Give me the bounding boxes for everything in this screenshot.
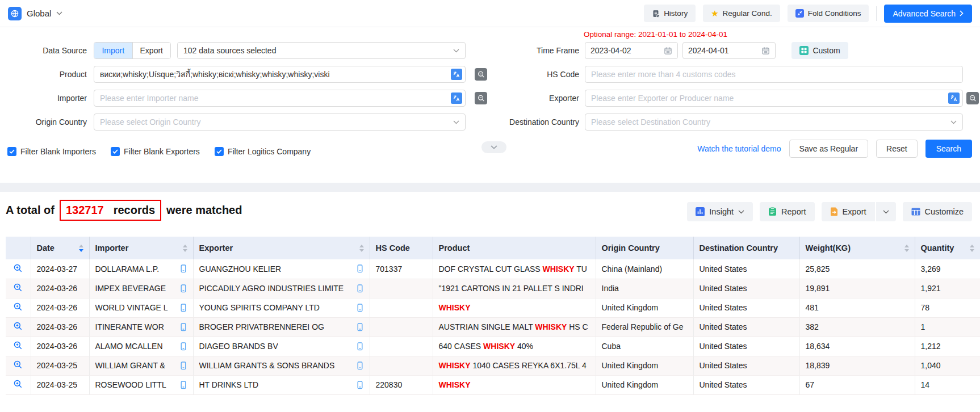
col-date[interactable]: Date [31,237,89,259]
records-word: records [114,204,155,217]
importer-name[interactable]: ROSEWOOD LITTL [95,380,166,389]
sort-icon[interactable] [79,245,83,252]
cell-weight: 18,634 [799,337,915,356]
fold-conditions-button[interactable]: Fold Conditions [788,5,869,22]
exporter-name[interactable]: PICCADILY AGRO INDUSTRIES LIMITE [199,284,344,293]
report-button[interactable]: Report [760,202,815,221]
table-row: 2024-03-26 ITINERANTE WOR BROGER PRIVATB… [6,317,980,337]
copy-icon[interactable] [179,323,187,331]
customize-button[interactable]: Customize [903,202,973,221]
cell-quantity: 1,212 [915,337,980,356]
importer-name[interactable]: ALAMO MCALLEN [95,342,163,351]
exporter-field-wrap [585,90,963,107]
exclude-importer-icon[interactable] [475,92,487,104]
sort-icon[interactable] [904,245,909,252]
collapse-form-button[interactable] [481,141,506,153]
row-detail-magnifier-icon[interactable] [13,283,23,292]
exclude-keywords-icon[interactable] [475,68,487,81]
sort-icon[interactable] [970,245,974,252]
importer-name[interactable]: DOLLARAMA L.P. [95,264,160,274]
product-input[interactable] [94,66,466,83]
row-detail-magnifier-icon[interactable] [13,263,23,273]
importer-input[interactable] [94,90,466,107]
cell-destination-country: United States [693,337,799,356]
col-exporter[interactable]: Exporter [193,237,370,259]
export-button[interactable]: Export [822,202,875,221]
report-icon [768,207,777,216]
exporter-input[interactable] [585,90,963,107]
col-quantity[interactable]: Quantity [915,237,980,259]
translate-icon[interactable] [948,93,960,104]
date-to-input[interactable]: 2024-04-01 [682,42,776,59]
custom-range-button[interactable]: Custom [791,42,848,59]
copy-icon[interactable] [356,342,364,351]
copy-icon[interactable] [179,361,187,370]
history-button[interactable]: History [644,5,696,22]
exporter-name[interactable]: YOUNG SPIRITS COMPANY LTD [199,303,320,312]
importer-field-wrap [94,90,466,107]
reset-button[interactable]: Reset [876,140,918,158]
regular-cond-button[interactable]: ★ Regular Cond. [703,5,780,22]
translate-icon[interactable] [451,93,462,104]
exporter-name[interactable]: HT DRINKS LTD [199,380,259,389]
copy-icon[interactable] [356,361,364,370]
exporter-name[interactable]: BROGER PRIVATBRENNEREI OG [199,322,324,331]
copy-icon[interactable] [356,304,364,312]
cell-importer: DOLLARAMA L.P. [89,259,193,279]
save-as-regular-button[interactable]: Save as Regular [789,140,869,158]
keyword-highlight: WHISKY [439,303,471,312]
col-weight[interactable]: Weight(KG) [799,237,915,259]
cell-origin-country: Federal Republic of Ge [596,317,693,337]
insight-button[interactable]: Insight [687,202,753,221]
importer-name[interactable]: IMPEX BEVERAGE [95,284,166,293]
copy-icon[interactable] [356,264,364,273]
tab-import[interactable]: Import [94,43,132,58]
exporter-name[interactable]: WILLIAM GRANTS & SONS BRANDS [199,361,335,370]
region-selector[interactable]: Global [8,7,62,20]
filter-checkbox[interactable]: Filter Logitics Company [215,147,311,156]
search-button[interactable]: Search [925,140,972,158]
copy-icon[interactable] [179,381,187,389]
col-importer[interactable]: Importer [89,237,193,259]
col-row-actions [6,237,31,259]
filter-checkbox[interactable]: Filter Blank Importers [7,147,96,156]
custom-label: Custom [813,46,840,55]
sort-icon[interactable] [359,245,364,252]
destination-country-select[interactable]: Please select Destination Country [585,113,963,131]
copy-icon[interactable] [356,284,364,293]
search-form: Optional range: 2021-01-01 to 2024-04-01… [0,27,980,182]
export-more-button[interactable] [876,202,896,221]
importer-name[interactable]: ITINERANTE WOR [95,322,164,331]
row-detail-magnifier-icon[interactable] [13,379,23,389]
row-detail-magnifier-icon[interactable] [13,321,23,331]
copy-icon[interactable] [179,264,187,273]
row-detail-magnifier-icon[interactable] [13,302,23,312]
exporter-name[interactable]: GUANGZHOU KELIER [199,264,282,274]
calendar-icon [761,47,770,55]
copy-icon[interactable] [179,284,187,293]
row-detail-magnifier-icon[interactable] [13,340,23,350]
copy-icon[interactable] [179,342,187,351]
sort-icon[interactable] [183,245,187,252]
importer-name[interactable]: WORLD VINTAGE L [95,303,168,312]
origin-country-select[interactable]: Please select Origin Country [94,113,466,131]
date-from-input[interactable]: 2023-04-02 [585,42,678,59]
summary-suffix: were matched [166,204,242,217]
copy-icon[interactable] [179,304,187,312]
data-sources-select[interactable]: 102 data sources selected [177,42,466,59]
cell-exporter: WILLIAM GRANTS & SONS BRANDS [193,356,370,375]
copy-icon[interactable] [356,381,364,389]
advanced-search-button[interactable]: Advanced Search [884,5,972,23]
cell-importer: ITINERANTE WOR [89,317,193,337]
exclude-exporter-icon[interactable] [966,92,979,104]
copy-icon[interactable] [356,323,364,331]
row-detail-magnifier-icon[interactable] [13,360,23,369]
importer-name[interactable]: WILLIAM GRANT & [95,361,165,370]
tab-export[interactable]: Export [132,43,171,58]
tutorial-link[interactable]: Watch the tutorial demo [697,144,781,153]
regular-cond-label: Regular Cond. [723,9,772,18]
hs-code-input[interactable] [585,66,963,83]
translate-icon[interactable] [451,69,462,80]
filter-checkbox[interactable]: Filter Blank Exporters [111,147,200,156]
exporter-name[interactable]: DIAGEO BRANDS BV [199,342,278,351]
